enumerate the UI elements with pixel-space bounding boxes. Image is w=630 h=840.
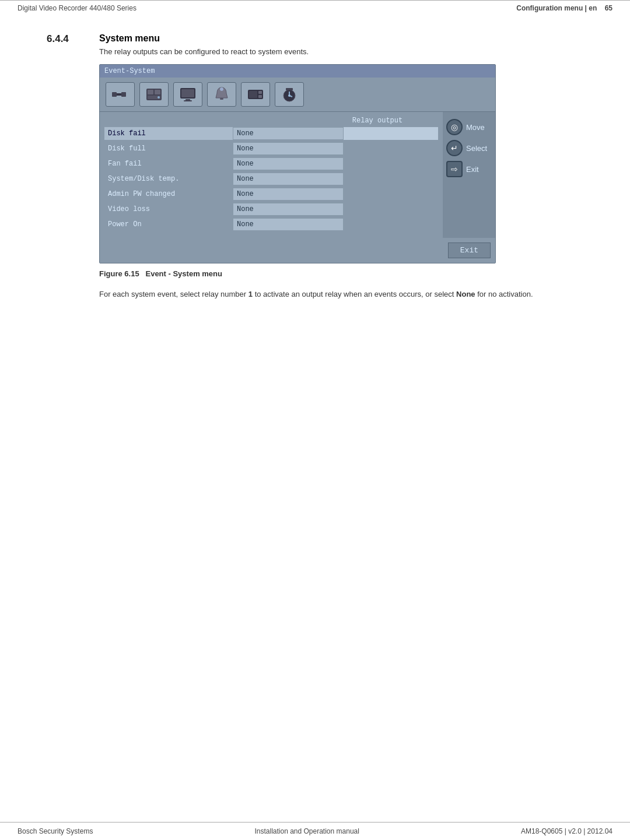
svg-rect-4 bbox=[148, 90, 153, 94]
figure-text: Event - System menu bbox=[145, 269, 222, 278]
event-row-value-6[interactable]: None bbox=[233, 218, 344, 231]
event-row-label-1: Disk full bbox=[104, 142, 233, 155]
footer-right: AM18-Q0605 | v2.0 | 2012.04 bbox=[521, 827, 612, 835]
footer-left: Bosch Security Systems bbox=[18, 827, 93, 835]
event-row-3[interactable]: System/Disk temp.None bbox=[104, 173, 438, 185]
event-row-label-5: Video loss bbox=[104, 203, 233, 216]
section-header: 6.4.4 System menu The relay outputs can … bbox=[47, 33, 612, 301]
event-row-5[interactable]: Video lossNone bbox=[104, 203, 438, 216]
event-row-label-0: Disk fail bbox=[104, 127, 233, 140]
exit-button[interactable]: Exit bbox=[448, 242, 491, 258]
event-row-label-3: System/Disk temp. bbox=[104, 173, 233, 185]
event-row-value-1[interactable]: None bbox=[233, 142, 344, 155]
header-left: Digital Video Recorder 440/480 Series bbox=[18, 4, 136, 12]
svg-rect-12 bbox=[220, 98, 223, 100]
event-row-value-5[interactable]: None bbox=[233, 203, 344, 216]
page-footer: Bosch Security Systems Installation and … bbox=[0, 822, 630, 840]
exit-label: Exit bbox=[466, 165, 479, 174]
section-description: The relay outputs can be configured to r… bbox=[99, 47, 533, 56]
event-row-value-0[interactable]: None bbox=[233, 127, 344, 140]
relay-output-header: Relay output bbox=[319, 117, 436, 125]
figure-label: Figure 6.15 bbox=[99, 269, 139, 278]
event-row-4[interactable]: Admin PW changedNone bbox=[104, 188, 438, 201]
event-row-6[interactable]: Power OnNone bbox=[104, 218, 438, 231]
select-icon: ↵ bbox=[446, 140, 463, 156]
exit-control[interactable]: ⇨ Exit bbox=[446, 161, 492, 177]
header-right-text: Configuration menu | en bbox=[516, 4, 597, 12]
dvr-content-area: Relay output Disk failNoneDisk fullNoneF… bbox=[100, 112, 495, 238]
page-header: Digital Video Recorder 440/480 Series Co… bbox=[0, 0, 630, 16]
svg-rect-15 bbox=[249, 91, 257, 98]
move-icon: ◎ bbox=[446, 119, 463, 135]
page-number: 65 bbox=[605, 4, 612, 12]
panel-title: Event-System bbox=[100, 65, 495, 78]
toolbar-icon-monitor[interactable] bbox=[173, 82, 202, 107]
event-row-1[interactable]: Disk fullNone bbox=[104, 142, 438, 155]
svg-point-7 bbox=[158, 96, 160, 99]
move-label: Move bbox=[466, 123, 485, 132]
event-row-value-3[interactable]: None bbox=[233, 173, 344, 185]
section-title-block: System menu The relay outputs can be con… bbox=[99, 33, 533, 301]
event-row-label-6: Power On bbox=[104, 218, 233, 231]
toolbar-icon-alarm[interactable] bbox=[207, 82, 236, 107]
body-text: For each system event, select relay numb… bbox=[99, 289, 533, 301]
event-row-label-4: Admin PW changed bbox=[104, 188, 233, 201]
svg-rect-19 bbox=[286, 88, 293, 90]
dvr-toolbar bbox=[100, 78, 495, 112]
svg-rect-2 bbox=[121, 92, 126, 97]
event-row-0[interactable]: Disk failNone bbox=[104, 127, 438, 140]
svg-rect-11 bbox=[184, 100, 192, 101]
event-row-2[interactable]: Fan failNone bbox=[104, 157, 438, 170]
dvr-panel: Event-System bbox=[99, 64, 496, 263]
event-row-label-2: Fan fail bbox=[104, 157, 233, 170]
header-right: Configuration menu | en 65 bbox=[516, 4, 612, 12]
event-row-value-4[interactable]: None bbox=[233, 188, 344, 201]
section-title: System menu bbox=[99, 33, 533, 44]
svg-point-13 bbox=[220, 87, 223, 91]
svg-point-22 bbox=[288, 94, 290, 97]
column-header-row: Relay output bbox=[104, 117, 438, 125]
svg-rect-17 bbox=[258, 95, 262, 98]
exit-button-row: Exit bbox=[100, 238, 495, 263]
toolbar-icon-timer[interactable] bbox=[275, 82, 304, 107]
svg-rect-9 bbox=[181, 89, 194, 97]
toolbar-icon-connection[interactable] bbox=[106, 82, 135, 107]
select-control[interactable]: ↵ Select bbox=[446, 140, 492, 156]
dvr-main: Relay output Disk failNoneDisk fullNoneF… bbox=[100, 112, 443, 238]
move-control[interactable]: ◎ Move bbox=[446, 119, 492, 135]
event-row-value-2[interactable]: None bbox=[233, 157, 344, 170]
footer-center: Installation and Operation manual bbox=[254, 827, 359, 835]
svg-rect-5 bbox=[155, 90, 160, 94]
select-label: Select bbox=[466, 144, 487, 153]
dvr-sidebar-controls: ◎ Move ↵ Select ⇨ Exit bbox=[443, 112, 495, 238]
toolbar-icon-network[interactable] bbox=[241, 82, 270, 107]
section-number: 6.4.4 bbox=[47, 33, 82, 301]
exit-icon: ⇨ bbox=[446, 161, 463, 177]
svg-rect-16 bbox=[258, 91, 262, 94]
main-content: 6.4.4 System menu The relay outputs can … bbox=[0, 16, 630, 325]
svg-rect-1 bbox=[112, 92, 117, 97]
event-rows: Disk failNoneDisk fullNoneFan failNoneSy… bbox=[104, 127, 438, 231]
toolbar-icon-hdd[interactable] bbox=[139, 82, 169, 107]
figure-caption: Figure 6.15 Event - System menu bbox=[99, 269, 533, 278]
